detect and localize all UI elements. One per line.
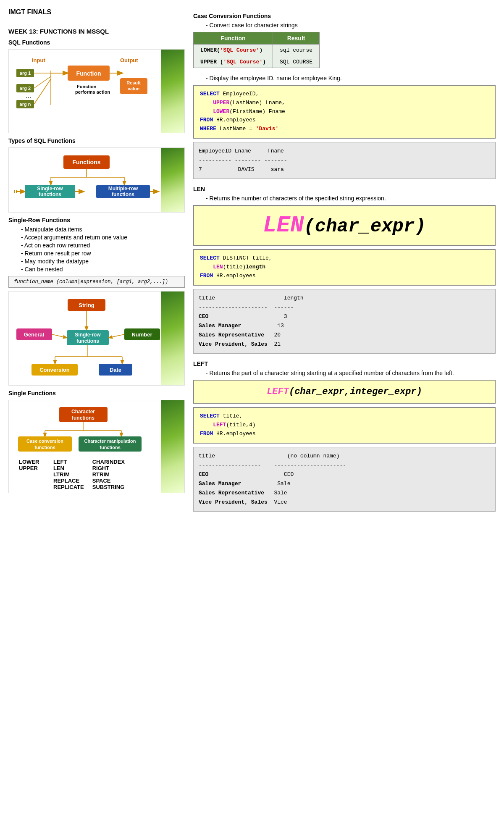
week-title: WEEK 13: FUNCTIONS IN MSSQL — [8, 28, 185, 35]
bullet-item: Accept arguments and return one value — [17, 234, 185, 241]
types-title: Types of SQL Functions — [8, 137, 185, 144]
table-divider: --------------------- ------ — [199, 303, 490, 312]
left-bullets: Returns the part of a character string s… — [202, 370, 496, 376]
left-bullet: Returns the part of a character string s… — [202, 370, 496, 376]
svg-text:arg 1: arg 1 — [20, 71, 31, 76]
svg-text:Function: Function — [76, 70, 101, 77]
len-label: LEN — [53, 465, 84, 471]
svg-text:arg 2: arg 2 — [20, 86, 31, 91]
svg-line-50 — [109, 334, 124, 338]
svg-text:Case conversion: Case conversion — [26, 439, 63, 444]
svg-text:Function: Function — [77, 84, 97, 89]
svg-text:value: value — [128, 86, 139, 91]
table-row: Vice President, Sales Vice — [199, 498, 490, 507]
table-row: CEO CEO — [199, 470, 490, 479]
single-row-list: Manipulate data items Accept arguments a… — [17, 226, 185, 273]
table-row: LOWER('SQL Course') — [194, 45, 273, 56]
len-keyword: LEN — [263, 213, 304, 238]
svg-text:functions: functions — [100, 445, 121, 450]
bullet-item: Return one result per row — [17, 250, 185, 257]
sql-functions-title: SQL Functions — [8, 39, 185, 46]
svg-text:Input: Input — [32, 57, 45, 63]
rtrim-label: RTRIM — [92, 471, 125, 478]
len-bullets: Returns the number of characters of the … — [202, 195, 496, 202]
table-row: sql course — [273, 45, 320, 56]
len-bullet: Returns the number of characters of the … — [202, 195, 496, 202]
svg-text:Functions: Functions — [73, 159, 101, 165]
left-sql-query: SELECT title, LEFT(title,4) FROM HR.empl… — [193, 407, 496, 443]
space-label: SPACE — [92, 478, 125, 484]
main-title: IMGT FINALS — [8, 8, 185, 16]
table-row: Sales Manager 13 — [199, 321, 490, 331]
svg-line-44 — [52, 334, 67, 338]
table-header: title (no column name) — [199, 452, 490, 461]
substring-label: SUBSTRING — [92, 484, 125, 490]
len-result-table: title length --------------------- -----… — [193, 289, 496, 354]
len-params: (char_expr) — [304, 216, 425, 237]
svg-text:Single-row: Single-row — [37, 186, 63, 192]
bullet-item: Act on each row returned — [17, 242, 185, 249]
svg-text:String: String — [79, 302, 94, 308]
case-conv-bullet: Convert case for character strings — [202, 22, 496, 29]
case-conv-bullets: Convert case for character strings — [202, 22, 496, 29]
svg-text:Single-row: Single-row — [75, 332, 101, 338]
table-row: Sales Manager Sale — [199, 479, 490, 489]
table-header: EmployeeID Lname Fname — [199, 147, 490, 156]
table-row: SQL COURSE — [273, 56, 320, 68]
svg-text:General: General — [24, 331, 44, 338]
left-params: (char_expr,integer_expr) — [289, 386, 422, 397]
left-title: LEFT — [193, 360, 496, 367]
bullet-item: Manipulate data items — [17, 226, 185, 233]
table-row: Vice President, Sales 21 — [199, 340, 490, 349]
svg-text:functions: functions — [34, 445, 55, 450]
svg-text:...: ... — [26, 92, 31, 99]
result-table-1: EmployeeID Lname Fname ---------- ------… — [193, 142, 496, 179]
svg-text:arg n: arg n — [20, 102, 31, 107]
len-display: LEN(char_expr) — [193, 205, 496, 246]
single-row-title: Single-Row Functions — [8, 217, 185, 223]
table-divider: ---------- -------- ------- — [199, 156, 490, 165]
ltrim-label: LTRIM — [53, 471, 84, 478]
len-sql-query: SELECT DISTINCT title, LEN(title)length … — [193, 249, 496, 285]
left-keyword: LEFT — [267, 386, 289, 397]
case-conv-table: Function Result LOWER('SQL Course') sql … — [193, 32, 320, 68]
lower-label: LOWER — [19, 459, 45, 465]
svg-text:Character: Character — [71, 409, 95, 415]
svg-text:functions: functions — [112, 192, 134, 197]
right-label: RIGHT — [92, 465, 125, 471]
svg-text:Character manipulation: Character manipulation — [84, 439, 136, 444]
svg-text:functions: functions — [76, 338, 99, 344]
case-conv-title: Case Conversion Functions — [193, 13, 496, 19]
display-bullet: Display the employee ID, name for employ… — [202, 75, 496, 81]
svg-text:Output: Output — [120, 57, 138, 63]
svg-text:Number: Number — [131, 331, 152, 338]
display-bullet-item: Display the employee ID, name for employ… — [202, 75, 496, 81]
svg-line-20 — [34, 79, 51, 104]
table-header-function: Function — [194, 32, 273, 45]
bullet-item: Can be nested — [17, 266, 185, 273]
svg-text:functions: functions — [39, 192, 61, 197]
table-row: Sales Representative 20 — [199, 331, 490, 340]
syntax-box: function_name (column|expression, [arg1,… — [8, 276, 185, 288]
svg-text:performs action: performs action — [75, 89, 110, 95]
table-header-result: Result — [273, 32, 320, 45]
len-title: LEN — [193, 186, 496, 192]
svg-text:Multiple-row: Multiple-row — [108, 186, 138, 192]
table-row: CEO 3 — [199, 312, 490, 321]
table-row: Sales Representative Sale — [199, 489, 490, 498]
sql-query-1: SELECT EmployeeID, UPPER(LastName) Lname… — [193, 85, 496, 139]
svg-text:Date: Date — [110, 367, 121, 373]
table-header: title length — [199, 294, 490, 303]
svg-text:Result: Result — [126, 80, 141, 85]
upper-label: UPPER — [19, 465, 45, 471]
left-display: LEFT(char_expr,integer_expr) — [193, 380, 496, 404]
table-row: 7 DAVIS sara — [199, 165, 490, 174]
replicate-label: REPLICATE — [53, 484, 84, 490]
svg-text:Conversion: Conversion — [39, 367, 70, 373]
charindex-label: CHARINDEX — [92, 459, 125, 465]
replace-label: REPLACE — [53, 478, 84, 484]
single-functions-title: Single Functions — [8, 390, 185, 397]
table-row: UPPER ('SQL Course') — [194, 56, 273, 68]
left-result-table: title (no column name) -----------------… — [193, 447, 496, 512]
left-label: LEFT — [53, 459, 84, 465]
